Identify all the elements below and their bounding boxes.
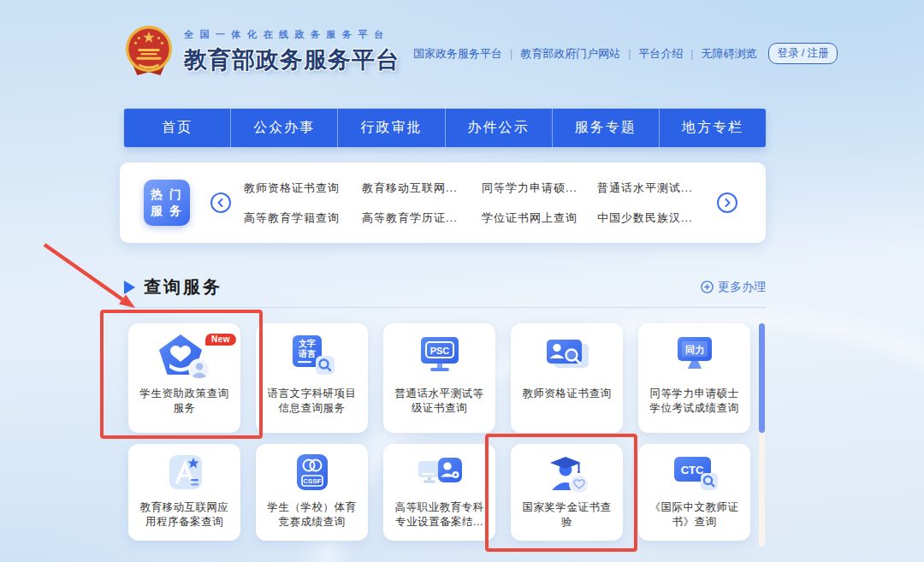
link-national-platform[interactable]: 国家政务服务平台 — [413, 46, 502, 62]
section-arrow-icon — [124, 281, 135, 294]
hot-link[interactable]: 教育移动互联网... — [362, 180, 482, 196]
hot-links-grid: 教师资格证书查询 教育移动互联网... 同等学力申请硕... 普通话水平测试..… — [244, 163, 727, 243]
hot-link[interactable]: 普通话水平测试... — [597, 180, 727, 196]
card-label: 学生（学校）体育竞赛成绩查询 — [268, 500, 357, 529]
card-edu-app-record-query[interactable]: 教育移动互联网应用程序备案查询 — [128, 444, 240, 541]
teacher-certificate-icon — [539, 333, 595, 381]
svg-text:PSC: PSC — [429, 346, 449, 356]
hot-link[interactable]: 学位证书网上查询 — [482, 210, 597, 226]
header-links: 国家政务服务平台 | 教育部政府门户网站 | 平台介绍 | 无障碍浏览 登录 /… — [413, 43, 838, 64]
psc-monitor-icon: PSC — [412, 333, 468, 381]
card-label: 同等学力申请硕士学位考试成绩查询 — [650, 387, 739, 416]
ctc-icon: CTC — [666, 453, 723, 495]
nav-tab-service-topics[interactable]: 服务专题 — [552, 109, 659, 147]
nav-tab-home[interactable]: 首页 — [124, 109, 230, 147]
svg-text:文字: 文字 — [298, 338, 316, 348]
platform-titles: 全国一体化在线政务服务平台 教育部政务服务平台 — [184, 28, 400, 75]
svg-text:CSSF: CSSF — [303, 477, 321, 485]
separator: | — [628, 48, 631, 60]
vocational-record-icon — [412, 453, 468, 495]
new-badge: New — [205, 334, 236, 346]
platform-small-title: 全国一体化在线政务服务平台 — [184, 28, 400, 41]
hot-badge-line1: 热 门 — [151, 186, 183, 203]
hot-link[interactable]: 高等教育学籍查询 — [244, 210, 362, 226]
plus-circle-icon — [701, 281, 714, 293]
nav-tab-public-affairs[interactable]: 公众办事 — [230, 109, 337, 147]
separator: | — [690, 48, 693, 60]
header: 全国一体化在线政务服务平台 教育部政务服务平台 — [124, 24, 400, 79]
hot-services-panel: 热 门 服 务 教师资格证书查询 教育移动互联网... 同等学力申请硕... 普… — [120, 163, 766, 243]
student-aid-icon — [157, 333, 213, 381]
card-label: 教师资格证书查询 — [523, 387, 612, 401]
app-store-icon — [157, 453, 213, 495]
card-label: 国家奖学金证书查验 — [523, 500, 612, 529]
hot-link[interactable]: 教师资格证书查询 — [244, 180, 362, 196]
card-national-scholarship-verify[interactable]: 国家奖学金证书查验 — [511, 444, 623, 541]
platform-title: 教育部政务服务平台 — [184, 44, 400, 75]
card-label: 学生资助政策查询服务 — [140, 387, 229, 416]
card-international-chinese-teacher-cert-query[interactable]: CTC 《国际中文教师证书》查询 — [638, 444, 750, 541]
card-school-sports-score-query[interactable]: CSSF 学生（学校）体育竞赛成绩查询 — [256, 444, 368, 541]
link-moe-portal[interactable]: 教育部政府门户网站 — [520, 46, 620, 62]
card-label: 普通话水平测试等级证书查询 — [395, 387, 484, 416]
scholarship-certificate-icon — [539, 453, 595, 495]
nav-tab-case-publicity[interactable]: 办件公示 — [445, 109, 552, 147]
link-accessibility[interactable]: 无障碍浏览 — [701, 46, 756, 62]
login-register-button[interactable]: 登录 / 注册 — [768, 43, 837, 64]
card-tongdengxueli-score-query[interactable]: 同力 同等学力申请硕士学位考试成绩查询 — [638, 323, 750, 433]
card-language-research-query[interactable]: 文字 语言 语言文字科研项目信息查询服务 — [256, 323, 368, 433]
page: 全国一体化在线政务服务平台 教育部政务服务平台 国家政务服务平台 | 教育部政府… — [0, 0, 924, 562]
section-divider — [124, 307, 766, 308]
cssf-icon: CSSF — [284, 453, 341, 495]
chevron-left-icon — [216, 198, 225, 207]
card-putonghua-certificate-query[interactable]: PSC 普通话水平测试等级证书查询 — [383, 323, 495, 433]
more-services-link[interactable]: 更多办理 — [701, 280, 766, 295]
main-nav: 首页 公众办事 行政审批 办件公示 服务专题 地方专栏 — [124, 109, 766, 147]
hot-link[interactable]: 高等教育学历证... — [362, 210, 482, 226]
hot-services-badge: 热 门 服 务 — [144, 180, 190, 226]
nav-tab-admin-approval[interactable]: 行政审批 — [337, 109, 444, 147]
svg-text:语言: 语言 — [298, 349, 316, 358]
card-vocational-major-record-query[interactable]: 高等职业教育专科专业设置备案结... — [383, 444, 495, 541]
link-platform-intro[interactable]: 平台介绍 — [638, 46, 683, 62]
more-services-label: 更多办理 — [718, 280, 766, 295]
card-label: 《国际中文教师证书》查询 — [650, 500, 739, 529]
card-label: 高等职业教育专科专业设置备案结... — [395, 500, 484, 529]
hot-scroll-right-button[interactable] — [717, 192, 737, 213]
card-student-aid-policy[interactable]: New 学生资助政策查询服务 — [128, 323, 240, 433]
hot-link[interactable]: 中国少数民族汉... — [597, 210, 727, 226]
hot-scroll-left-button[interactable] — [210, 192, 231, 213]
separator: | — [510, 48, 512, 60]
language-research-icon: 文字 语言 — [284, 333, 341, 381]
card-teacher-certificate-query[interactable]: 教师资格证书查询 — [511, 323, 623, 433]
tongli-monitor-icon: 同力 — [666, 333, 723, 381]
nav-tab-local-columns[interactable]: 地方专栏 — [659, 109, 766, 147]
chevron-right-icon — [723, 198, 732, 207]
service-cards-grid: New 学生资助政策查询服务 文字 语言 — [128, 323, 750, 541]
vertical-scrollbar-track[interactable] — [759, 323, 765, 547]
section-title: 查询服务 — [144, 275, 222, 299]
query-section-header: 查询服务 更多办理 — [124, 275, 766, 299]
hot-link[interactable]: 同等学力申请硕... — [482, 180, 597, 196]
card-label: 教育移动互联网应用程序备案查询 — [140, 500, 229, 529]
svg-text:CTC: CTC — [680, 464, 703, 476]
vertical-scrollbar-thumb[interactable] — [759, 323, 765, 433]
svg-text:同力: 同力 — [685, 345, 704, 355]
card-label: 语言文字科研项目信息查询服务 — [268, 387, 357, 416]
national-emblem-logo — [124, 24, 174, 79]
hot-badge-line2: 服 务 — [151, 203, 183, 219]
